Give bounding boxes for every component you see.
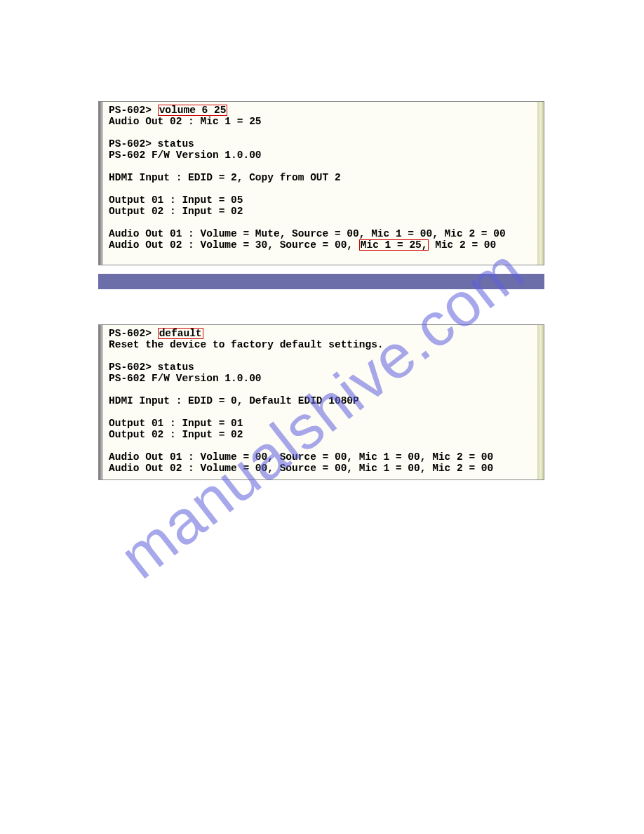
- terminal-right-border: [537, 325, 544, 479]
- terminal-text-2: PS-602> default Reset the device to fact…: [105, 328, 538, 474]
- page: PS-602> volume 6 25 Audio Out 02 : Mic 1…: [0, 0, 644, 834]
- terminal-right-border: [537, 102, 544, 265]
- section-divider-bar: [98, 274, 544, 289]
- highlighted-text: volume 6 25: [158, 105, 228, 116]
- terminal-output-1: PS-602> volume 6 25 Audio Out 02 : Mic 1…: [98, 101, 544, 265]
- terminal-left-border: [99, 325, 103, 479]
- terminal-text-1: PS-602> volume 6 25 Audio Out 02 : Mic 1…: [105, 105, 538, 251]
- terminal-left-border: [99, 102, 103, 265]
- highlighted-text: default: [158, 328, 203, 339]
- terminal-output-2: PS-602> default Reset the device to fact…: [98, 324, 544, 480]
- highlighted-text: Mic 1 = 25,: [359, 239, 429, 251]
